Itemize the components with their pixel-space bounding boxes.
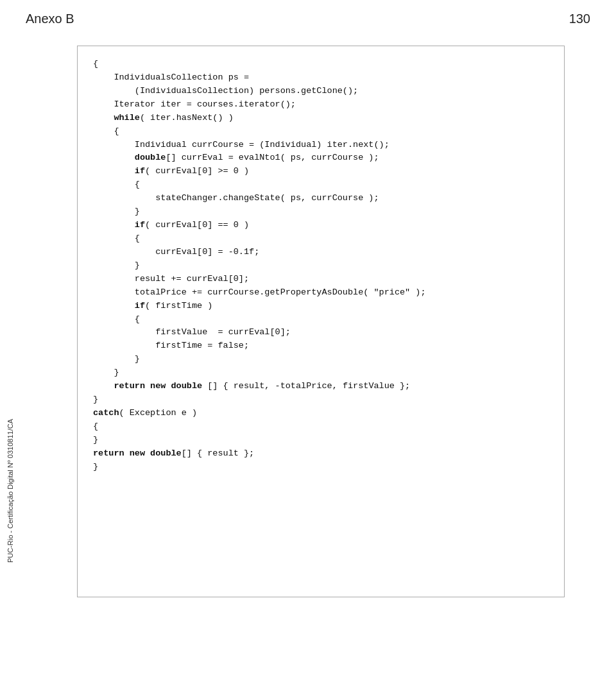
- code-box: { IndividualsCollection ps = (Individual…: [77, 46, 565, 597]
- code-line: {: [93, 125, 549, 139]
- code-line: while( iter.hasNext() ): [93, 112, 549, 125]
- code-line: catch( Exception e ): [93, 407, 549, 420]
- code-line: {: [93, 178, 549, 192]
- code-line: IndividualsCollection ps =: [93, 71, 549, 85]
- code-line: stateChanger.changeState( ps, currCourse…: [93, 192, 549, 205]
- code-line: }: [93, 461, 549, 474]
- code-line: totalPrice += currCourse.getPropertyAsDo…: [93, 286, 549, 300]
- code-line: if( currEval[0] >= 0 ): [93, 165, 549, 178]
- code-line: {: [93, 58, 549, 71]
- code-line: double[] currEval = evalNto1( ps, currCo…: [93, 151, 549, 165]
- header-title: Anexo B: [26, 12, 74, 26]
- code-line: }: [93, 434, 549, 447]
- code-line: }: [93, 366, 549, 380]
- code-line: {: [93, 420, 549, 434]
- code-line: {: [93, 232, 549, 246]
- code-line: (IndividualsCollection) persons.getClone…: [93, 85, 549, 98]
- code-line: firstTime = false;: [93, 339, 549, 353]
- code-line: }: [93, 205, 549, 219]
- sidebar-text: PUC-Rio - Certificação Digital Nº 031081…: [6, 419, 14, 563]
- code-line: return new double [] { result, -totalPri…: [93, 380, 549, 393]
- code-line: Individual currCourse = (Individual) ite…: [93, 139, 549, 152]
- header-page-number: 130: [569, 12, 590, 26]
- code-line: }: [93, 393, 549, 407]
- code-line: }: [93, 259, 549, 273]
- code-content: { IndividualsCollection ps = (Individual…: [93, 58, 549, 474]
- code-line: if( currEval[0] == 0 ): [93, 219, 549, 232]
- code-line: {: [93, 313, 549, 327]
- code-line: currEval[0] = -0.1f;: [93, 246, 549, 259]
- code-line: }: [93, 353, 549, 366]
- code-line: Iterator iter = courses.iterator();: [93, 98, 549, 112]
- page-header: Anexo B 130: [0, 0, 616, 33]
- code-line: firstValue = currEval[0];: [93, 326, 549, 339]
- code-line: if( firstTime ): [93, 300, 549, 313]
- code-line: result += currEval[0];: [93, 273, 549, 286]
- code-line: return new double[] { result };: [93, 447, 549, 461]
